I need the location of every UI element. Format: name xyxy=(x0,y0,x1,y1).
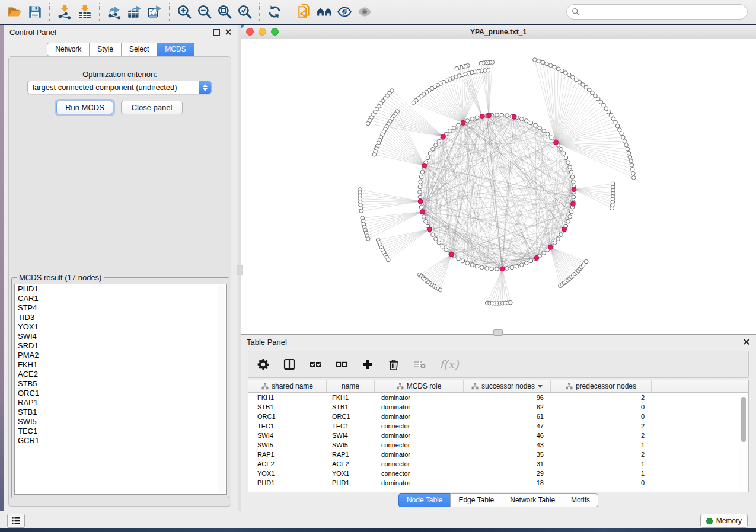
close-table-panel-icon[interactable] xyxy=(742,338,750,346)
graph-node[interactable] xyxy=(546,132,550,136)
open-session-icon[interactable] xyxy=(5,2,25,21)
graph-node[interactable] xyxy=(602,103,606,107)
tab-mcds[interactable]: MCDS xyxy=(157,43,194,56)
graph-node[interactable] xyxy=(465,261,470,265)
graph-node-selected[interactable] xyxy=(570,201,575,206)
table-row[interactable]: PHD1PHD1dominator180 xyxy=(248,478,748,488)
graph-node[interactable] xyxy=(559,233,563,237)
graph-node[interactable] xyxy=(520,263,524,267)
graph-node[interactable] xyxy=(615,124,620,128)
graph-node[interactable] xyxy=(422,215,426,219)
graph-node[interactable] xyxy=(581,83,585,87)
table-tab-edge-table[interactable]: Edge Table xyxy=(450,493,502,507)
graph-node[interactable] xyxy=(418,190,422,194)
column-header-name[interactable]: name xyxy=(327,380,375,392)
graph-node[interactable] xyxy=(569,170,573,174)
graph-node[interactable] xyxy=(623,139,627,143)
graph-node[interactable] xyxy=(538,126,542,130)
graph-node[interactable] xyxy=(470,117,474,121)
graph-node[interactable] xyxy=(529,259,533,263)
zoom-fit-icon[interactable] xyxy=(215,2,235,21)
zoom-in-icon[interactable] xyxy=(174,2,194,21)
mcds-result-item[interactable]: YOX1 xyxy=(15,322,226,332)
mcds-result-item[interactable]: SWI5 xyxy=(15,417,226,427)
mcds-result-item[interactable]: GCR1 xyxy=(15,436,226,446)
graph-node-selected[interactable] xyxy=(420,210,425,214)
graph-node[interactable] xyxy=(441,245,445,249)
graph-node-selected[interactable] xyxy=(500,267,505,271)
graph-node[interactable] xyxy=(419,175,423,179)
graph-node[interactable] xyxy=(621,135,626,139)
network-canvas[interactable] xyxy=(241,39,756,334)
graph-node[interactable] xyxy=(515,264,519,268)
add-column-icon[interactable] xyxy=(361,358,374,371)
graph-node[interactable] xyxy=(500,113,504,117)
graph-node[interactable] xyxy=(628,155,632,159)
window-close-icon[interactable] xyxy=(246,28,254,36)
graph-node-selected[interactable] xyxy=(427,227,432,232)
graph-node-selected[interactable] xyxy=(548,245,553,250)
graph-node[interactable] xyxy=(568,215,572,219)
mcds-result-item[interactable]: TEC1 xyxy=(15,427,226,436)
mcds-result-item[interactable]: RAP1 xyxy=(15,398,226,408)
graph-node[interactable] xyxy=(359,209,363,213)
table-row[interactable]: ORC1ORC1dominator610 xyxy=(248,412,748,421)
delete-column-icon[interactable] xyxy=(387,358,400,371)
delete-table-icon[interactable] xyxy=(413,358,426,371)
graph-node[interactable] xyxy=(419,205,423,209)
mcds-result-item[interactable]: STP4 xyxy=(15,303,226,313)
graph-node-selected[interactable] xyxy=(449,252,454,257)
graph-node[interactable] xyxy=(567,73,572,77)
network-window-titlebar[interactable]: YPA_prune.txt_1 xyxy=(241,25,756,40)
column-header-shared-name[interactable]: shared name xyxy=(248,380,327,392)
graph-node[interactable] xyxy=(505,267,509,271)
graph-node[interactable] xyxy=(541,60,545,65)
tab-select[interactable]: Select xyxy=(121,43,157,56)
zoom-out-icon[interactable] xyxy=(194,2,215,21)
show-all-icon[interactable] xyxy=(355,2,375,21)
export-table-icon[interactable] xyxy=(125,2,145,21)
graph-node[interactable] xyxy=(578,80,582,84)
graph-node[interactable] xyxy=(571,75,575,79)
graph-node[interactable] xyxy=(475,116,479,120)
tab-style[interactable]: Style xyxy=(89,43,122,56)
graph-node-selected[interactable] xyxy=(562,227,567,232)
graph-node[interactable] xyxy=(630,164,634,168)
graph-node[interactable] xyxy=(431,233,435,237)
graph-node[interactable] xyxy=(428,152,432,156)
graph-node[interactable] xyxy=(611,182,615,186)
graph-node[interactable] xyxy=(461,259,465,263)
mcds-result-item[interactable]: FKH1 xyxy=(15,360,226,370)
column-header-successor-nodes[interactable]: successor nodes xyxy=(464,380,551,392)
graph-node[interactable] xyxy=(569,210,573,214)
mcds-result-item[interactable]: CAR1 xyxy=(15,294,226,303)
graph-node[interactable] xyxy=(572,180,576,184)
graph-node[interactable] xyxy=(626,147,630,151)
graph-node[interactable] xyxy=(594,94,598,98)
graph-node[interactable] xyxy=(510,265,514,270)
graph-node-selected[interactable] xyxy=(512,114,516,119)
mcds-result-item[interactable]: PMA2 xyxy=(15,351,226,360)
float-panel-icon[interactable] xyxy=(213,29,220,36)
column-layout-icon[interactable] xyxy=(283,358,296,371)
graph-node[interactable] xyxy=(537,59,541,63)
memory-button[interactable]: Memory xyxy=(700,514,748,528)
graph-node[interactable] xyxy=(553,65,557,69)
graph-node[interactable] xyxy=(627,151,631,155)
graph-node[interactable] xyxy=(562,152,566,156)
export-image-icon[interactable] xyxy=(145,2,165,21)
graph-node[interactable] xyxy=(599,100,603,104)
graph-node[interactable] xyxy=(631,168,635,172)
mcds-result-item[interactable]: ACE2 xyxy=(15,370,226,379)
graph-node[interactable] xyxy=(418,185,422,189)
graph-node-selected[interactable] xyxy=(441,134,446,139)
mcds-result-item[interactable]: STB1 xyxy=(15,408,226,417)
table-tab-motifs[interactable]: Motifs xyxy=(563,493,598,507)
graph-node[interactable] xyxy=(564,71,568,75)
graph-node-selected[interactable] xyxy=(422,164,427,168)
function-builder-icon[interactable]: f(x) xyxy=(439,358,459,371)
graph-node[interactable] xyxy=(559,148,563,152)
graph-node[interactable] xyxy=(412,101,416,105)
mcds-result-item[interactable]: PHD1 xyxy=(15,284,226,294)
graph-node[interactable] xyxy=(495,267,499,271)
